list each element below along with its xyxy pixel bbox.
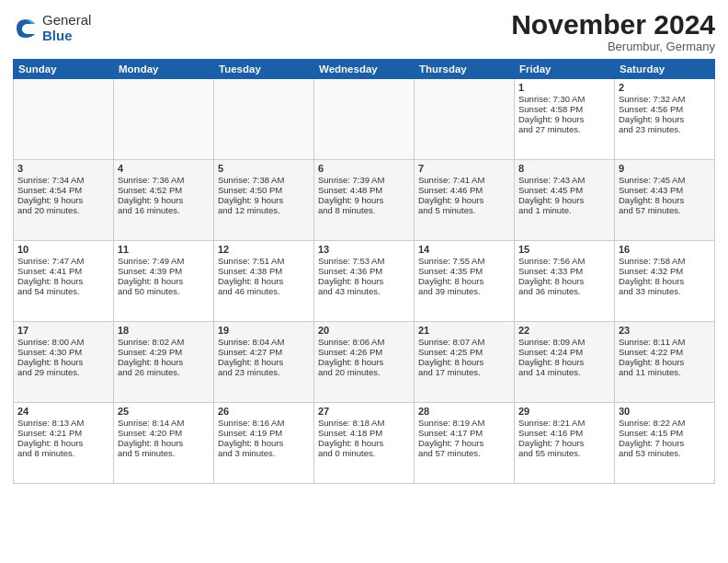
page: General Blue November 2024 Berumbur, Ger…: [0, 0, 728, 563]
day-info-line: Sunset: 4:36 PM: [318, 266, 410, 276]
calendar-week-row: 1Sunrise: 7:30 AMSunset: 4:58 PMDaylight…: [14, 79, 715, 160]
day-info-line: Daylight: 8 hours: [118, 357, 210, 367]
day-info-line: Daylight: 8 hours: [218, 276, 310, 286]
day-info-line: Daylight: 8 hours: [17, 438, 109, 448]
day-number: 4: [118, 163, 210, 174]
day-info-line: Sunrise: 7:53 AM: [318, 256, 410, 266]
table-row: 29Sunrise: 8:21 AMSunset: 4:16 PMDayligh…: [515, 403, 615, 484]
calendar-week-row: 17Sunrise: 8:00 AMSunset: 4:30 PMDayligh…: [14, 322, 715, 403]
day-number: 25: [118, 406, 210, 417]
day-info-line: Daylight: 8 hours: [318, 276, 410, 286]
day-info-line: Daylight: 9 hours: [118, 195, 210, 205]
day-info-line: Sunset: 4:46 PM: [418, 185, 510, 195]
day-info-line: Sunset: 4:32 PM: [619, 266, 711, 276]
table-row: 26Sunrise: 8:16 AMSunset: 4:19 PMDayligh…: [214, 403, 314, 484]
logo-text: General Blue: [42, 13, 91, 43]
day-info-line: Daylight: 7 hours: [418, 438, 510, 448]
day-info-line: Daylight: 8 hours: [17, 276, 109, 286]
day-info-line: Sunrise: 8:02 AM: [118, 337, 210, 347]
day-info-line: Daylight: 9 hours: [518, 114, 610, 124]
day-info-line: Daylight: 9 hours: [518, 195, 610, 205]
table-row: 24Sunrise: 8:13 AMSunset: 4:21 PMDayligh…: [14, 403, 114, 484]
day-info-line: Daylight: 8 hours: [518, 357, 610, 367]
table-row: [415, 79, 515, 160]
table-row: 18Sunrise: 8:02 AMSunset: 4:29 PMDayligh…: [114, 322, 214, 403]
logo: General Blue: [13, 13, 91, 43]
table-row: 27Sunrise: 8:18 AMSunset: 4:18 PMDayligh…: [314, 403, 415, 484]
day-info-line: and 54 minutes.: [17, 286, 109, 296]
day-number: 11: [118, 244, 210, 255]
col-thursday: Thursday: [415, 60, 515, 79]
day-info-line: Daylight: 9 hours: [318, 195, 410, 205]
day-info-line: Sunset: 4:16 PM: [518, 428, 610, 438]
day-info-line: Daylight: 8 hours: [218, 357, 310, 367]
day-info-line: Sunrise: 8:19 AM: [418, 418, 510, 428]
day-info-line: and 53 minutes.: [619, 448, 711, 458]
day-info-line: Sunrise: 7:43 AM: [518, 175, 610, 185]
day-info-line: Sunrise: 7:47 AM: [17, 256, 109, 266]
table-row: 15Sunrise: 7:56 AMSunset: 4:33 PMDayligh…: [515, 241, 615, 322]
day-info-line: Daylight: 8 hours: [418, 276, 510, 286]
day-info-line: and 14 minutes.: [518, 367, 610, 377]
table-row: 6Sunrise: 7:39 AMSunset: 4:48 PMDaylight…: [314, 160, 415, 241]
calendar-table: Sunday Monday Tuesday Wednesday Thursday…: [13, 59, 715, 484]
day-info-line: Sunset: 4:58 PM: [518, 104, 610, 114]
day-info-line: Sunset: 4:15 PM: [619, 428, 711, 438]
day-info-line: and 57 minutes.: [619, 205, 711, 215]
day-info-line: Sunset: 4:25 PM: [418, 347, 510, 357]
day-number: 12: [218, 244, 310, 255]
day-info-line: and 27 minutes.: [518, 124, 610, 134]
table-row: 16Sunrise: 7:58 AMSunset: 4:32 PMDayligh…: [615, 241, 715, 322]
day-info-line: Daylight: 8 hours: [518, 276, 610, 286]
day-info-line: Sunrise: 8:11 AM: [619, 337, 711, 347]
day-number: 27: [318, 406, 410, 417]
day-info-line: and 26 minutes.: [118, 367, 210, 377]
day-info-line: Sunset: 4:45 PM: [518, 185, 610, 195]
day-info-line: Sunrise: 8:16 AM: [218, 418, 310, 428]
day-number: 23: [619, 325, 711, 336]
day-info-line: Daylight: 9 hours: [418, 195, 510, 205]
day-info-line: and 29 minutes.: [17, 367, 109, 377]
day-info-line: Sunset: 4:20 PM: [118, 428, 210, 438]
day-info-line: and 5 minutes.: [418, 205, 510, 215]
day-number: 8: [518, 163, 610, 174]
day-info-line: Daylight: 9 hours: [218, 195, 310, 205]
day-info-line: Sunset: 4:56 PM: [619, 104, 711, 114]
day-info-line: and 8 minutes.: [17, 448, 109, 458]
day-info-line: Sunset: 4:27 PM: [218, 347, 310, 357]
day-info-line: Sunrise: 7:56 AM: [518, 256, 610, 266]
day-info-line: Sunset: 4:22 PM: [619, 347, 711, 357]
day-info-line: Sunrise: 7:45 AM: [619, 175, 711, 185]
table-row: 4Sunrise: 7:36 AMSunset: 4:52 PMDaylight…: [114, 160, 214, 241]
day-info-line: Sunset: 4:30 PM: [17, 347, 109, 357]
day-info-line: and 5 minutes.: [118, 448, 210, 458]
day-info-line: Daylight: 8 hours: [418, 357, 510, 367]
day-number: 20: [318, 325, 410, 336]
day-info-line: Sunrise: 8:07 AM: [418, 337, 510, 347]
day-info-line: Daylight: 8 hours: [619, 195, 711, 205]
day-info-line: and 17 minutes.: [418, 367, 510, 377]
table-row: 28Sunrise: 8:19 AMSunset: 4:17 PMDayligh…: [415, 403, 515, 484]
day-info-line: Daylight: 7 hours: [518, 438, 610, 448]
day-number: 17: [17, 325, 109, 336]
table-row: 11Sunrise: 7:49 AMSunset: 4:39 PMDayligh…: [114, 241, 214, 322]
day-info-line: Sunrise: 7:58 AM: [619, 256, 711, 266]
day-info-line: Sunset: 4:18 PM: [318, 428, 410, 438]
table-row: [14, 79, 114, 160]
day-number: 13: [318, 244, 410, 255]
table-row: 21Sunrise: 8:07 AMSunset: 4:25 PMDayligh…: [415, 322, 515, 403]
day-info-line: Sunrise: 8:13 AM: [17, 418, 109, 428]
day-info-line: Daylight: 8 hours: [17, 357, 109, 367]
day-info-line: and 3 minutes.: [218, 448, 310, 458]
day-info-line: Sunrise: 8:04 AM: [218, 337, 310, 347]
table-row: 1Sunrise: 7:30 AMSunset: 4:58 PMDaylight…: [515, 79, 615, 160]
table-row: 5Sunrise: 7:38 AMSunset: 4:50 PMDaylight…: [214, 160, 314, 241]
col-saturday: Saturday: [615, 60, 715, 79]
table-row: 8Sunrise: 7:43 AMSunset: 4:45 PMDaylight…: [515, 160, 615, 241]
table-row: 30Sunrise: 8:22 AMSunset: 4:15 PMDayligh…: [615, 403, 715, 484]
day-info-line: and 20 minutes.: [17, 205, 109, 215]
calendar-week-row: 24Sunrise: 8:13 AMSunset: 4:21 PMDayligh…: [14, 403, 715, 484]
day-info-line: and 43 minutes.: [318, 286, 410, 296]
calendar-header-row: Sunday Monday Tuesday Wednesday Thursday…: [14, 60, 715, 79]
day-info-line: Sunrise: 8:18 AM: [318, 418, 410, 428]
